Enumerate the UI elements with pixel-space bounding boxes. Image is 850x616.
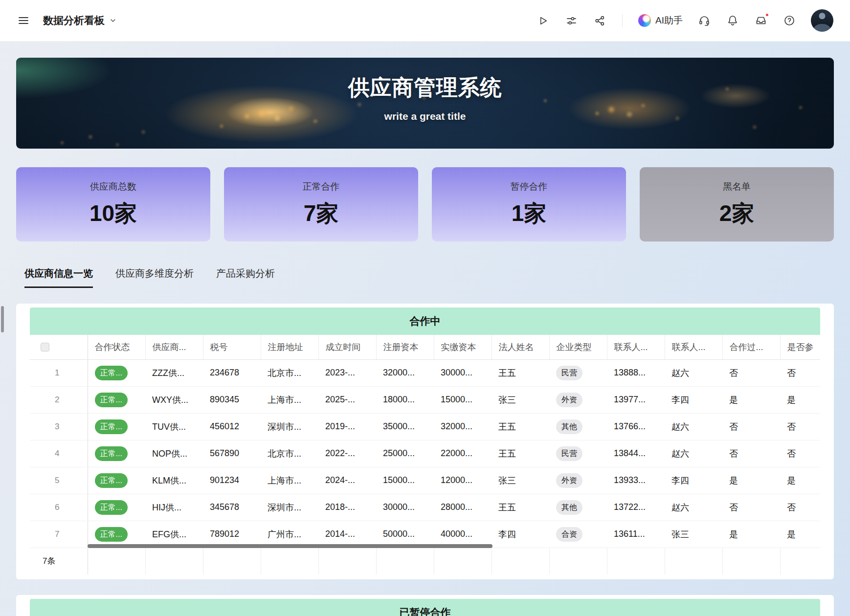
footer-cell bbox=[722, 548, 780, 574]
status-badge: 正常... bbox=[95, 366, 128, 380]
tab-supplier-overview[interactable]: 供应商信息一览 bbox=[24, 267, 93, 288]
stat-label: 黑名单 bbox=[723, 180, 751, 193]
run-icon[interactable] bbox=[536, 14, 550, 27]
company-type-badge: 民营 bbox=[556, 446, 582, 461]
status-cell: 正常... bbox=[88, 467, 145, 494]
row-index: 6 bbox=[30, 494, 88, 521]
topbar-divider bbox=[622, 14, 623, 27]
paused-table-card: 已暂停合作 bbox=[16, 595, 834, 616]
horizontal-scrollbar[interactable] bbox=[88, 544, 492, 548]
column-header[interactable]: 注册资本 bbox=[376, 335, 434, 359]
table-footer-row: 7条 bbox=[30, 548, 820, 574]
table-cell: WXY供... bbox=[145, 386, 203, 413]
stat-card-paused-cooperation: 暂停合作 1家 bbox=[432, 167, 626, 242]
stat-card-total-suppliers: 供应商总数 10家 bbox=[16, 167, 210, 242]
table-row[interactable]: 6正常...HIJ供...345678深圳市...2018-...30000..… bbox=[30, 494, 820, 521]
table-cell: 890345 bbox=[203, 386, 261, 413]
table-cell: HIJ供... bbox=[145, 494, 203, 521]
column-header[interactable]: 企业类型 bbox=[549, 335, 607, 359]
table-cell: 否 bbox=[722, 359, 780, 386]
table-row[interactable]: 7正常...EFG供...789012广州市...2014-...50000..… bbox=[30, 521, 820, 548]
select-all-checkbox[interactable] bbox=[41, 343, 49, 352]
help-icon[interactable] bbox=[783, 14, 796, 27]
table-cell: TUV供... bbox=[145, 413, 203, 440]
row-index: 7 bbox=[30, 521, 88, 548]
table-cell: 王五 bbox=[492, 359, 549, 386]
table-cell: 是 bbox=[780, 386, 820, 413]
table-row[interactable]: 1正常...ZZZ供...234678北京市...2023-...32000..… bbox=[30, 359, 820, 386]
table-cell: 北京市... bbox=[261, 440, 318, 467]
table-cell: 赵六 bbox=[665, 413, 722, 440]
table-cell: 李四 bbox=[665, 467, 722, 494]
table-cell: 赵六 bbox=[665, 440, 722, 467]
table-cell: 否 bbox=[780, 359, 820, 386]
cooperating-table-card: 合作中 合作状态供应商...税号注册地址成立时间注册资本实缴资本法人姓名企业类型… bbox=[16, 304, 834, 579]
share-icon[interactable] bbox=[593, 14, 606, 27]
column-header[interactable]: 注册地址 bbox=[261, 335, 318, 359]
tab-procurement-analysis[interactable]: 产品采购分析 bbox=[216, 267, 275, 288]
company-type-cell: 其他 bbox=[549, 494, 607, 521]
stat-label: 供应商总数 bbox=[90, 180, 136, 193]
column-header[interactable]: 成立时间 bbox=[318, 335, 376, 359]
avatar[interactable] bbox=[811, 9, 833, 32]
inbox-icon[interactable] bbox=[754, 14, 768, 27]
company-type-badge: 其他 bbox=[556, 500, 582, 515]
table-cell: 13888... bbox=[607, 359, 665, 386]
table-cell: 是 bbox=[780, 467, 820, 494]
column-header[interactable]: 合作过... bbox=[722, 335, 780, 359]
status-badge: 正常... bbox=[95, 419, 128, 434]
stat-label: 暂停合作 bbox=[511, 180, 548, 193]
table-row[interactable]: 3正常...TUV供...456012深圳市...2019-...35000..… bbox=[30, 413, 820, 440]
status-cell: 正常... bbox=[88, 413, 145, 440]
footer-cell bbox=[780, 548, 820, 574]
menu-icon[interactable] bbox=[17, 14, 30, 27]
company-type-cell: 外资 bbox=[549, 386, 607, 413]
table-cell: 张三 bbox=[492, 467, 549, 494]
status-badge: 正常... bbox=[95, 500, 128, 515]
stat-value: 2家 bbox=[719, 198, 755, 229]
headset-icon[interactable] bbox=[697, 14, 711, 27]
tab-bar: 供应商信息一览 供应商多维度分析 产品采购分析 bbox=[16, 267, 834, 288]
table-cell: 否 bbox=[780, 413, 820, 440]
column-header[interactable]: 联系人... bbox=[665, 335, 722, 359]
footer-cell bbox=[665, 548, 722, 574]
footer-cell bbox=[434, 548, 492, 574]
column-header[interactable]: 供应商... bbox=[145, 335, 203, 359]
status-badge: 正常... bbox=[95, 446, 128, 461]
table-row[interactable]: 4正常...NOP供...567890北京市...2022-...25000..… bbox=[30, 440, 820, 467]
footer-cell bbox=[261, 548, 318, 574]
dashboard-title-dropdown[interactable]: 数据分析看板 bbox=[43, 14, 117, 27]
company-type-badge: 外资 bbox=[556, 473, 582, 488]
bell-icon[interactable] bbox=[726, 14, 739, 27]
table-cell: 否 bbox=[780, 440, 820, 467]
table-cell: 深圳市... bbox=[261, 413, 318, 440]
status-cell: 正常... bbox=[88, 494, 145, 521]
company-type-cell: 民营 bbox=[549, 359, 607, 386]
column-header[interactable]: 法人姓名 bbox=[492, 335, 549, 359]
ai-assistant-button[interactable]: AI助手 bbox=[638, 14, 683, 27]
column-header[interactable]: 是否参 bbox=[780, 335, 820, 359]
column-header[interactable]: 税号 bbox=[203, 335, 261, 359]
settings-sliders-icon[interactable] bbox=[564, 14, 578, 27]
ai-logo-icon bbox=[638, 14, 651, 27]
table-row[interactable]: 5正常...KLM供...901234上海市...2024-...15000..… bbox=[30, 467, 820, 494]
table-cell: EFG供... bbox=[145, 521, 203, 548]
tab-supplier-analysis[interactable]: 供应商多维度分析 bbox=[115, 267, 194, 288]
column-header[interactable]: 合作状态 bbox=[88, 335, 145, 359]
status-badge: 正常... bbox=[95, 473, 128, 488]
notification-dot bbox=[765, 13, 769, 17]
column-header[interactable]: 实缴资本 bbox=[434, 335, 492, 359]
column-header[interactable]: 联系人... bbox=[607, 335, 665, 359]
vertical-scrollbar[interactable] bbox=[1, 306, 4, 332]
stat-value: 10家 bbox=[89, 198, 137, 229]
row-index: 1 bbox=[30, 359, 88, 386]
table-cell: 345678 bbox=[203, 494, 261, 521]
table-cell: 15000... bbox=[434, 386, 492, 413]
table-cell: 是 bbox=[722, 386, 780, 413]
status-badge: 正常... bbox=[95, 527, 128, 542]
footer-cell bbox=[492, 548, 549, 574]
hero-title: 供应商管理系统 bbox=[16, 73, 834, 102]
table-cell: 广州市... bbox=[261, 521, 318, 548]
table-cell: 否 bbox=[722, 494, 780, 521]
table-row[interactable]: 2正常...WXY供...890345上海市...2025-...18000..… bbox=[30, 386, 820, 413]
